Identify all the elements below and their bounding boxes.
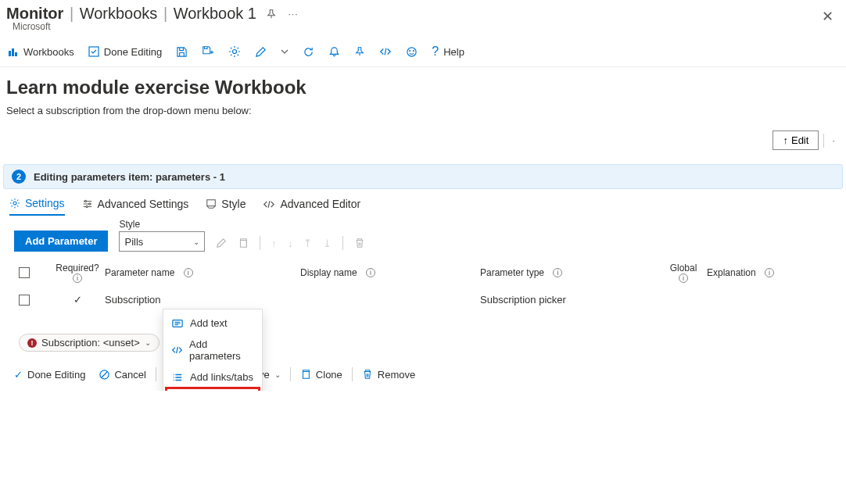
svg-point-11	[86, 206, 88, 207]
done-editing-button[interactable]: ✓Done Editing	[9, 367, 90, 382]
svg-point-10	[88, 203, 90, 205]
edit-button[interactable]: ↑ Edit	[773, 130, 819, 150]
col-param-name: Parameter name i	[105, 267, 300, 278]
menu-add-parameters[interactable]: Add parameters	[163, 334, 262, 366]
separator	[342, 236, 343, 250]
arrow-bottom-icon[interactable]: ⤓	[323, 238, 332, 249]
tab-advanced-settings[interactable]: Advanced Settings	[82, 197, 189, 216]
separator	[823, 134, 824, 148]
toolbar-workbooks[interactable]: Workbooks	[8, 46, 74, 58]
info-icon[interactable]: i	[679, 273, 688, 283]
more-icon[interactable]: ···	[286, 7, 300, 21]
info-icon[interactable]: i	[553, 268, 562, 277]
header: Monitor | Workbooks | Workbook 1 ··· Mic…	[0, 0, 846, 40]
subscription-pill[interactable]: ! Subscription: <unset> ⌄	[19, 334, 160, 352]
pin-icon[interactable]	[264, 7, 278, 21]
info-icon[interactable]: i	[765, 268, 774, 277]
cancel-icon	[99, 370, 109, 380]
save-icon[interactable]	[176, 46, 188, 58]
code-icon	[171, 345, 183, 355]
cell-param-name: Subscription	[105, 294, 300, 306]
menu-add-text[interactable]: Add text	[163, 313, 262, 334]
svg-point-4	[233, 50, 237, 54]
error-icon: !	[27, 338, 37, 348]
edit-pencil-icon[interactable]	[255, 46, 267, 58]
col-required: Required?i	[50, 263, 105, 283]
tab-advanced-editor[interactable]: Advanced Editor	[263, 197, 360, 216]
gear-icon	[9, 198, 20, 209]
svg-point-5	[407, 47, 416, 55]
svg-rect-3	[89, 47, 99, 56]
bc-monitor[interactable]: Monitor	[6, 5, 63, 22]
trash-icon[interactable]	[354, 238, 365, 248]
arrow-down-icon[interactable]: ↓	[288, 238, 293, 249]
edit-icon[interactable]	[216, 238, 227, 248]
bottom-toolbar: ✓Done Editing Cancel ＋Add ⌄ Move ⌄ Clone…	[0, 358, 846, 391]
feedback-icon[interactable]	[406, 46, 418, 58]
toolbar-help-label: Help	[443, 46, 464, 58]
cancel-button[interactable]: Cancel	[95, 367, 150, 382]
code-icon	[263, 199, 275, 209]
separator	[156, 367, 156, 381]
section-header: 2 Editing parameters item: parameters - …	[3, 164, 843, 189]
menu-add-links[interactable]: Add links/tabs	[163, 366, 262, 388]
saveas-icon[interactable]	[202, 45, 214, 58]
breadcrumb: Monitor | Workbooks | Workbook 1 ···	[6, 5, 300, 23]
bc-current: Workbook 1	[174, 5, 256, 22]
col-global: Globali	[660, 263, 707, 283]
svg-point-6	[410, 50, 410, 51]
close-icon[interactable]: ✕	[816, 5, 840, 28]
row-checkbox[interactable]	[19, 295, 30, 306]
arrow-top-icon[interactable]: ⤒	[303, 238, 312, 249]
alert-icon[interactable]	[328, 46, 340, 58]
select-all-checkbox[interactable]	[19, 267, 30, 278]
toolbar-help[interactable]: ? Help	[432, 45, 464, 59]
table-row[interactable]: ✓ Subscription Subscription picker	[19, 289, 833, 310]
parameter-controls: Add Parameter Style Pills ⌄ ↑ ↓ ⤒ ⤓	[0, 216, 846, 256]
info-icon[interactable]: i	[73, 273, 82, 283]
tab-style-label: Style	[221, 198, 246, 210]
style-label: Style	[119, 219, 205, 230]
arrow-up-icon[interactable]: ↑	[271, 238, 277, 249]
tab-style[interactable]: Style	[206, 197, 246, 216]
remove-button[interactable]: Remove	[357, 367, 420, 382]
svg-rect-12	[207, 200, 216, 206]
info-icon[interactable]: i	[366, 268, 375, 277]
chevron-down-icon[interactable]	[281, 48, 289, 55]
svg-rect-0	[9, 51, 11, 56]
tabs: Settings Advanced Settings Style Advance…	[0, 189, 846, 216]
bc-workbooks[interactable]: Workbooks	[80, 5, 158, 22]
clone-icon	[300, 369, 311, 380]
instruction-text: Select a subscription from the drop-down…	[6, 105, 840, 116]
cell-param-type: Subscription picker	[480, 294, 660, 306]
tab-settings[interactable]: Settings	[9, 197, 65, 216]
clone-button[interactable]: Clone	[296, 367, 347, 382]
help-icon: ?	[432, 45, 439, 59]
pill-value: <unset>	[103, 337, 140, 349]
add-parameter-button[interactable]: Add Parameter	[14, 231, 108, 252]
code-icon[interactable]	[379, 46, 392, 57]
tab-editor-label: Advanced Editor	[280, 198, 360, 210]
copy-icon[interactable]	[238, 238, 249, 248]
svg-point-8	[13, 202, 16, 205]
pill-label: Subscription:	[41, 337, 100, 349]
check-icon: ✓	[14, 369, 23, 381]
separator	[260, 236, 260, 250]
parameter-table: Required?i Parameter name i Display name…	[0, 256, 846, 310]
org-name: Microsoft	[6, 21, 300, 32]
style-icon	[206, 198, 217, 209]
more-icon[interactable]: ·	[829, 134, 838, 146]
menu-add-query[interactable]: Add query	[165, 387, 260, 391]
style-select[interactable]: Pills ⌄	[119, 231, 205, 252]
bar-chart-icon	[8, 46, 19, 57]
info-icon[interactable]: i	[184, 268, 193, 277]
toolbar-done[interactable]: Done Editing	[88, 46, 162, 58]
col-param-type: Parameter type i	[480, 267, 660, 278]
up-arrow-icon: ↑	[783, 134, 788, 146]
gear-icon[interactable]	[228, 45, 241, 58]
refresh-icon[interactable]	[303, 46, 314, 58]
check-icon: ✓	[73, 294, 82, 306]
section-number-badge: 2	[12, 170, 26, 184]
done-edit-icon	[88, 46, 99, 57]
pin-toolbar-icon[interactable]	[354, 46, 365, 57]
